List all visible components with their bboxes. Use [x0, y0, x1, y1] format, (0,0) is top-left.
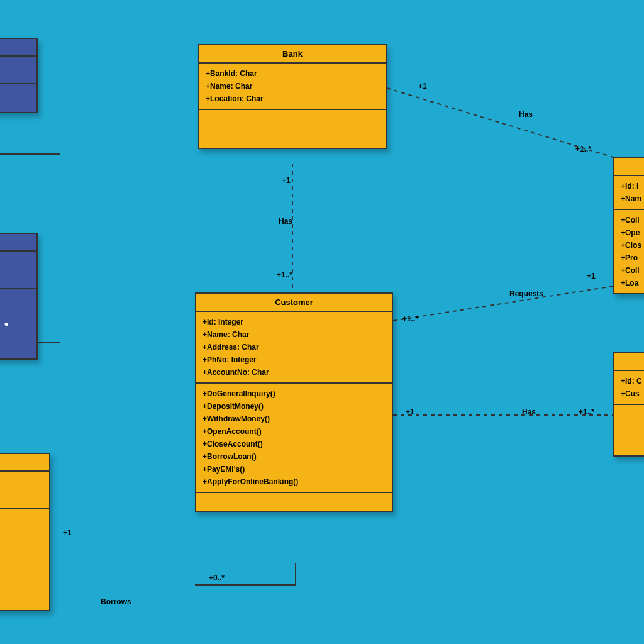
class-bank: Bank +BankId: Char +Name: Char +Location…: [198, 44, 387, 149]
label-has-bank-right: Has: [519, 110, 533, 119]
class-customer-methods: +DoGeneralInquiry() +DepositMoney() +Wit…: [196, 384, 392, 493]
attr: +Id: C: [621, 375, 644, 387]
method: +OpenAccount(): [203, 425, 386, 438]
class-blue-top: [0, 38, 38, 113]
method: +ApplyForOnlineBanking(): [203, 475, 386, 488]
method: +CloseAccount(): [203, 438, 386, 450]
label-requests: Requests: [509, 289, 543, 298]
class-right-bottom-title: [614, 353, 644, 371]
attr: +Address: Char: [203, 341, 386, 353]
mult-bank-right-1: +1: [418, 82, 427, 91]
method: +Pro: [621, 252, 644, 264]
label-has-bank-customer: Has: [279, 217, 292, 226]
method: +DoGeneralInquiry(): [203, 387, 386, 400]
method: +BorrowLoan(): [203, 450, 386, 463]
class-right-bottom-attributes: +Id: C +Cus: [614, 371, 644, 405]
class-customer: Customer +Id: Integer +Name: Char +Addre…: [195, 292, 393, 512]
attr: +Id: I: [621, 180, 644, 192]
attr: +Id: Integer: [203, 316, 386, 328]
mult-has-cust-right: +1..*: [579, 408, 594, 416]
label-borrows: Borrows: [101, 597, 131, 606]
class-blue-middle: ●: [0, 233, 38, 360]
class-customer-title: Customer: [196, 294, 392, 312]
mult-bank-cust-1: +1: [282, 176, 291, 185]
class-right-bottom: +Id: C +Cus: [613, 352, 644, 457]
mult-borrows-1: +1: [63, 528, 72, 537]
attr: +PhNo: Integer: [203, 353, 386, 366]
mult-has-cust-left: +1: [406, 408, 414, 416]
mult-bank-right-many: +1..*: [575, 145, 591, 153]
attr: +BankId: Char: [206, 67, 379, 80]
mult-requests-right: +1: [587, 272, 596, 280]
attr: +AccountNo: Char: [203, 366, 386, 379]
attr: +Name: Char: [203, 328, 386, 341]
class-customer-empty: [196, 493, 392, 511]
method: +Clos: [621, 239, 644, 252]
class-right-top-attributes: +Id: I +Nam: [614, 176, 644, 210]
mult-bank-cust-many: +1..*: [277, 270, 292, 279]
method: +Ope: [621, 226, 644, 239]
method: +DepositMoney(): [203, 400, 386, 413]
method: +WithdrawMoney(): [203, 413, 386, 425]
mult-requests-left: +1..*: [402, 314, 418, 323]
method: +PayEMI's(): [203, 463, 386, 475]
class-bank-methods: [199, 110, 386, 148]
class-bank-attributes: +BankId: Char +Name: Char +Location: Cha…: [199, 64, 386, 110]
attr: +Location: Char: [206, 92, 379, 105]
svg-line-2: [393, 286, 613, 321]
label-has-cust-right: Has: [522, 408, 536, 416]
class-right-top-title: [614, 158, 644, 176]
class-yellow-bottom-left: [0, 453, 50, 611]
class-right-top-methods: +Coll +Ope +Clos +Pro +Coll +Loa: [614, 210, 644, 293]
mult-borrows-many: +0..*: [209, 574, 225, 582]
class-right-top: +Id: I +Nam +Coll +Ope +Clos +Pro +Coll …: [613, 157, 644, 294]
class-bank-title: Bank: [199, 45, 386, 64]
attr: +Cus: [621, 387, 644, 400]
class-right-bottom-empty: [614, 405, 644, 455]
method: +Coll: [621, 264, 644, 277]
class-customer-attributes: +Id: Integer +Name: Char +Address: Char …: [196, 312, 392, 384]
method: +Coll: [621, 214, 644, 226]
method: +Loa: [621, 277, 644, 289]
attr: +Nam: [621, 192, 644, 205]
attr: +Name: Char: [206, 80, 379, 92]
